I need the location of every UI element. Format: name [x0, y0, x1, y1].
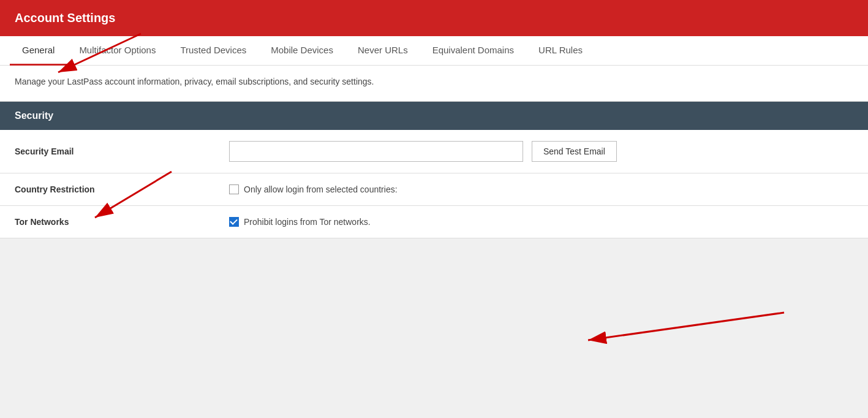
- country-restriction-row: Only allow login from selected countries…: [229, 184, 853, 194]
- tab-url-rules[interactable]: URL Rules: [526, 36, 595, 66]
- page-title: Account Settings: [15, 11, 115, 25]
- settings-table: Security Email Send Test Email Country R…: [0, 130, 868, 238]
- tab-trusted-devices[interactable]: Trusted Devices: [168, 36, 259, 66]
- send-test-email-button[interactable]: Send Test Email: [532, 141, 617, 162]
- tor-networks-checkbox[interactable]: [229, 217, 239, 227]
- table-row: Country Restriction Only allow login fro…: [0, 173, 868, 206]
- security-section-header: Security: [0, 102, 868, 130]
- description-text: Manage your LastPass account information…: [15, 77, 374, 86]
- tab-general[interactable]: General: [10, 36, 67, 66]
- country-restriction-label: Country Restriction: [15, 184, 95, 194]
- tor-networks-text: Prohibit logins from Tor networks.: [244, 217, 371, 227]
- app-header: Account Settings: [0, 0, 868, 36]
- country-restriction-text: Only allow login from selected countries…: [244, 184, 398, 194]
- security-email-label: Security Email: [15, 146, 74, 156]
- description-bar: Manage your LastPass account information…: [0, 66, 868, 102]
- tor-networks-label: Tor Networks: [15, 217, 69, 227]
- section-title: Security: [15, 110, 53, 121]
- content-area: Security Security Email Send Test Email …: [0, 102, 868, 238]
- tor-networks-row: Prohibit logins from Tor networks.: [229, 217, 853, 227]
- tab-equivalent-domains[interactable]: Equivalent Domains: [420, 36, 526, 66]
- table-row: Security Email Send Test Email: [0, 130, 868, 173]
- tab-multifactor[interactable]: Multifactor Options: [67, 36, 168, 66]
- tab-never-urls[interactable]: Never URLs: [345, 36, 420, 66]
- table-row: Tor Networks Prohibit logins from Tor ne…: [0, 206, 868, 238]
- security-email-input[interactable]: [229, 141, 523, 162]
- tab-mobile-devices[interactable]: Mobile Devices: [259, 36, 345, 66]
- tabs-bar: General Multifactor Options Trusted Devi…: [0, 36, 868, 66]
- svg-line-3: [588, 313, 784, 340]
- country-restriction-checkbox[interactable]: [229, 184, 239, 194]
